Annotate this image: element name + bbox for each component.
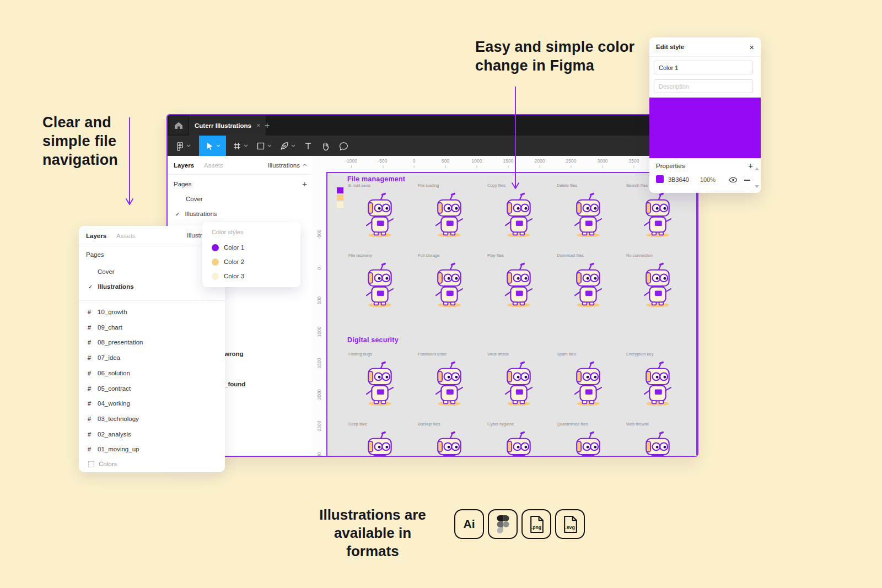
- illustration-label: File loading: [417, 183, 482, 188]
- scroll-down-arrow[interactable]: [755, 185, 759, 188]
- remove-property-button[interactable]: [744, 180, 750, 181]
- frame-icon: #: [88, 324, 98, 331]
- robot-illustration[interactable]: [356, 431, 404, 457]
- robot-illustration[interactable]: [634, 192, 681, 240]
- robot-illustration[interactable]: [634, 262, 681, 310]
- move-tool-button[interactable]: [199, 136, 226, 156]
- illustration-row: E-mail send File loading Copy files Dele…: [327, 183, 696, 256]
- window-tabbar: Cuterr Illustrations × +: [168, 115, 697, 136]
- layer-item-04-working[interactable]: #04_working: [79, 396, 225, 411]
- robot-illustration[interactable]: [495, 262, 542, 310]
- robot-illustration[interactable]: [634, 361, 681, 408]
- tab-assets[interactable]: Assets: [116, 233, 136, 239]
- color-style-1[interactable]: Color 1: [202, 241, 300, 254]
- robot-illustration[interactable]: [426, 431, 473, 457]
- text-icon: [303, 141, 313, 151]
- close-icon[interactable]: ×: [749, 43, 754, 51]
- layer-item-09-chart[interactable]: #09_chart: [79, 320, 225, 335]
- ruler-tick: 3000: [316, 447, 322, 457]
- layer-item-07-idea[interactable]: #07_idea: [79, 350, 225, 365]
- frame-icon: #: [88, 431, 98, 438]
- layer-fragment-found[interactable]: _found: [224, 381, 245, 387]
- pages-label: Pages: [86, 251, 104, 258]
- chevron-down-icon: [267, 144, 272, 147]
- color-style-3[interactable]: Color 3: [202, 269, 300, 283]
- arrow-down-top: [510, 87, 520, 192]
- property-opacity-value[interactable]: 100%: [700, 176, 716, 183]
- home-icon: [173, 120, 184, 131]
- illustration-cell: Quarantined files: [556, 422, 621, 457]
- robot-illustration[interactable]: [564, 361, 612, 408]
- layer-item-05-contract[interactable]: #05_contract: [79, 381, 225, 396]
- robot-illustration[interactable]: [495, 192, 542, 240]
- robot-illustration[interactable]: [634, 431, 681, 457]
- layer-item-03-technology[interactable]: #03_technology: [79, 412, 225, 426]
- chevron-down-icon: [186, 144, 191, 147]
- layer-item-01-moving-up[interactable]: #01_moving_up: [79, 442, 225, 456]
- tab-layers[interactable]: Layers: [174, 162, 194, 169]
- hand-tool-button[interactable]: [317, 136, 335, 156]
- figma-menu-button[interactable]: [171, 136, 195, 156]
- canvas-frame-illustrations[interactable]: File management E-mail send File loading…: [326, 172, 697, 457]
- tab-layers[interactable]: Layers: [86, 233, 106, 239]
- robot-illustration[interactable]: [426, 361, 473, 408]
- layer-item-colors[interactable]: Colors: [79, 457, 225, 471]
- tab-cuterr-illustrations[interactable]: Cuterr Illustrations ×: [189, 115, 266, 136]
- robot-illustration[interactable]: [564, 192, 612, 240]
- tab-assets[interactable]: Assets: [204, 162, 223, 169]
- robot-illustration[interactable]: [564, 262, 612, 310]
- layer-item-10-growth[interactable]: #10_growth: [79, 305, 225, 319]
- color-style-2[interactable]: Color 2: [202, 255, 300, 268]
- illustration-cell: Virus attack: [486, 352, 551, 408]
- frame-icon: #: [88, 446, 98, 452]
- robot-illustration[interactable]: [495, 431, 542, 457]
- format-png-badge: .png: [521, 509, 551, 539]
- home-button[interactable]: [169, 116, 188, 134]
- style-name-input[interactable]: [654, 61, 753, 74]
- robot-illustration[interactable]: [426, 262, 473, 310]
- robot-illustration[interactable]: [356, 361, 404, 408]
- illustration-cell: Play files: [486, 253, 551, 310]
- color-styles-popup: Color styles Color 1 Color 2 Color 3: [202, 222, 300, 287]
- pen-tool-button[interactable]: [276, 136, 299, 156]
- frame-tool-button[interactable]: [228, 136, 252, 156]
- add-page-button[interactable]: +: [302, 179, 307, 188]
- eye-icon[interactable]: [729, 177, 738, 183]
- page-illustrations-label: Illustrations: [98, 283, 133, 290]
- style-description-input[interactable]: [654, 79, 753, 93]
- page-cover[interactable]: Cover: [186, 196, 203, 202]
- color-swatch-cream: [212, 273, 219, 280]
- style-color-preview[interactable]: [649, 98, 761, 158]
- robot-illustration[interactable]: [356, 262, 404, 310]
- page-cover-label: Cover: [98, 268, 115, 275]
- robot-illustration[interactable]: [426, 192, 473, 240]
- layer-item-08-presentation[interactable]: #08_presentation: [79, 335, 225, 349]
- page-illustrations-label: Illustrations: [185, 211, 217, 217]
- frame-selector-label: Illustrations: [268, 162, 300, 169]
- robot-illustration[interactable]: [495, 361, 542, 408]
- property-hex-value[interactable]: 3B3640: [668, 176, 689, 183]
- illustration-label: Web firewall: [625, 422, 690, 427]
- properties-label: Properties: [656, 163, 685, 169]
- page-illustrations[interactable]: ✓Illustrations: [175, 211, 217, 217]
- layer-fragment-wrong[interactable]: wrong: [224, 350, 244, 357]
- add-property-button[interactable]: +: [748, 161, 753, 170]
- comment-tool-button[interactable]: [335, 136, 352, 156]
- robot-illustration[interactable]: [356, 192, 404, 240]
- robot-illustration[interactable]: [564, 431, 612, 457]
- shape-tool-button[interactable]: [252, 136, 276, 156]
- illustration-label: Backup files: [417, 422, 482, 427]
- layer-item-02-analysis[interactable]: #02_analysis: [79, 427, 225, 441]
- ruler-tick: 1000: [316, 322, 322, 342]
- format-badges: Ai .png .svg: [454, 509, 585, 539]
- scroll-up-arrow[interactable]: [755, 168, 759, 170]
- new-tab-button[interactable]: +: [260, 115, 274, 136]
- text-tool-button[interactable]: [299, 136, 317, 156]
- ruler-tick: 500: [442, 158, 449, 164]
- frame-icon: [232, 141, 242, 151]
- frame-selector[interactable]: Illustrations: [268, 156, 307, 174]
- layer-item-06-solution[interactable]: #06_solution: [79, 366, 225, 380]
- section-title-file-management: File management: [347, 175, 405, 183]
- property-color-chip[interactable]: [656, 175, 664, 183]
- layer-item-label: 03_technology: [98, 416, 139, 422]
